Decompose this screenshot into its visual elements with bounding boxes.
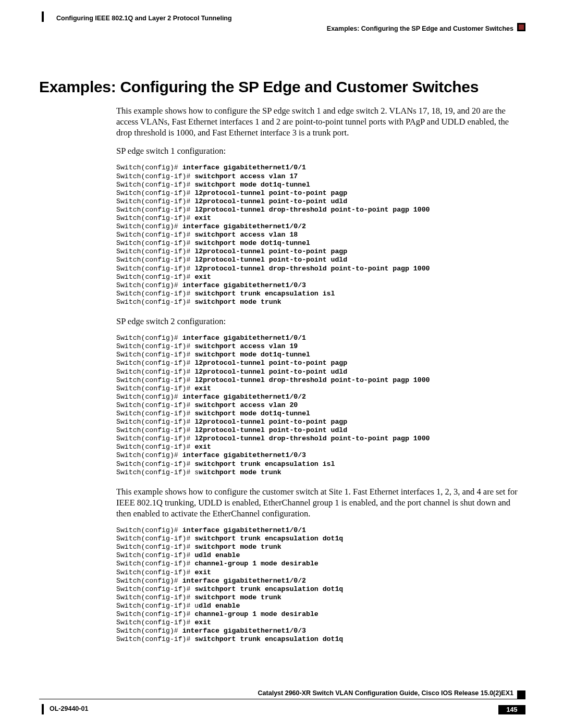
footer-book-title: Catalyst 2960-XR Switch VLAN Configurati…: [258, 689, 513, 697]
cli-command: switchport mode dot1q-tunnel: [194, 181, 310, 189]
cli-command: switchport mode trunk: [194, 543, 281, 551]
cli-command: switchport trunk encapsulation dot1q: [194, 535, 343, 542]
cli-prompt: Switch(config-if)#: [116, 560, 194, 567]
cli-prompt: Switch(config)#: [116, 223, 182, 230]
cli-command: switchport mode dot1q-tunnel: [194, 410, 310, 417]
header-left-bar-icon: [42, 11, 44, 22]
running-head-right: Examples: Configuring the SP Edge and Cu…: [327, 25, 513, 32]
cli-block-customer: Switch(config)# interface gigabitetherne…: [116, 526, 524, 644]
cli-command: exit: [194, 569, 211, 576]
cli-prompt: Switch(config-if)#: [116, 359, 194, 367]
cli-prompt: Switch(config)#: [116, 164, 182, 171]
cli-prompt: Switch(config-if)#: [116, 401, 194, 409]
cli-prompt: Switch(config)#: [116, 526, 182, 534]
cli-command: channel-group 1 mode desirable: [194, 610, 318, 618]
cli-prompt: Switch(config-if)#: [116, 535, 194, 542]
cli-command: exit: [194, 385, 211, 392]
cli-prompt: Switch(config-if)#: [116, 368, 194, 376]
cli-command: exit: [194, 619, 211, 626]
cli-command: l2protocol-tunnel drop-threshold point-t…: [194, 206, 430, 214]
cli-command: l2protocol-tunnel point-to-point udld: [194, 426, 347, 434]
cli-prompt: Switch(config-if)#: [116, 172, 194, 180]
cli-command: switchport trunk encapsulation isl: [194, 460, 335, 468]
cli-command: exit: [194, 214, 211, 222]
cli-command: channel-group 1 mode desirable: [194, 560, 318, 567]
cli-prompt: Switch(config-if)#: [116, 635, 194, 643]
cli-command: interface gigabitethernet1/0/1: [182, 526, 306, 534]
cli-prompt: Switch(config-if)#: [116, 231, 194, 239]
cli-command: switchport mode dot1q-tunnel: [194, 351, 310, 359]
cli-prompt: Switch(config)#: [116, 334, 182, 342]
cli-command: interface gigabitethernet1/0/3: [182, 627, 306, 635]
cli-prompt: Switch(config-if)#: [116, 385, 194, 392]
cli-prompt: Switch(config)#: [116, 577, 182, 585]
cli-prompt: Switch(config-if)# s: [116, 468, 199, 476]
footer-left-bar-icon: [42, 704, 44, 714]
cli-prompt: Switch(config-if)# u: [116, 602, 199, 610]
cli-prompt: Switch(config-if)#: [116, 206, 194, 214]
sp2-label: SP edge switch 2 configuration:: [116, 316, 524, 327]
page: Configuring IEEE 802.1Q and Layer 2 Prot…: [0, 0, 563, 728]
cli-command: l2protocol-tunnel point-to-point pagp: [194, 189, 347, 197]
cli-command: switchport access vlan 17: [194, 172, 298, 180]
cli-command: l2protocol-tunnel point-to-point pagp: [194, 418, 347, 426]
cli-prompt: Switch(config-if)#: [116, 443, 194, 451]
cli-command: udld enable: [194, 551, 240, 559]
cli-prompt: Switch(config-if)#: [116, 214, 194, 222]
cli-command: exit: [194, 273, 211, 281]
page-number-badge: 145: [498, 705, 525, 714]
cli-prompt: Switch(config)#: [116, 393, 182, 401]
cli-prompt: Switch(config-if)#: [116, 543, 194, 551]
cli-prompt: Switch(config-if)#: [116, 239, 194, 247]
running-head-left: Configuring IEEE 802.1Q and Layer 2 Prot…: [56, 15, 232, 22]
cli-command: dld enable: [199, 602, 240, 610]
cli-prompt: Switch(config-if)#: [116, 619, 194, 626]
cli-command: interface gigabitethernet1/0/1: [182, 334, 306, 342]
cli-command: l2protocol-tunnel point-to-point pagp: [194, 248, 347, 255]
cli-command: switchport access vlan 18: [194, 231, 298, 239]
cli-command: l2protocol-tunnel point-to-point udld: [194, 368, 347, 376]
cli-block-sp2: Switch(config)# interface gigabitetherne…: [116, 334, 524, 477]
cli-command: l2protocol-tunnel drop-threshold point-t…: [194, 435, 430, 442]
cli-prompt: Switch(config-if)#: [116, 298, 194, 306]
cli-prompt: Switch(config-if)#: [116, 418, 194, 426]
cli-command: switchport trunk encapsulation dot1q: [194, 585, 343, 593]
header-right-square-icon: [517, 23, 525, 31]
cli-prompt: Switch(config-if)#: [116, 594, 194, 601]
cli-prompt: Switch(config-if)#: [116, 551, 194, 559]
cli-prompt: Switch(config-if)#: [116, 189, 194, 197]
footer-doc-id: OL-29440-01: [50, 705, 88, 712]
cli-command: l2protocol-tunnel point-to-point udld: [194, 198, 347, 205]
cli-command: interface gigabitethernet1/0/2: [182, 393, 306, 401]
cli-prompt: Switch(config)#: [116, 627, 182, 635]
cli-command: interface gigabitethernet1/0/1: [182, 164, 306, 171]
cli-prompt: Switch(config-if)#: [116, 290, 194, 298]
cli-command: exit: [194, 443, 211, 451]
sp1-label: SP edge switch 1 configuration:: [116, 145, 524, 156]
cli-command: interface gigabitethernet1/0/2: [182, 577, 306, 585]
cli-prompt: Switch(config)#: [116, 451, 182, 459]
cli-command: switchport access vlan 19: [194, 342, 298, 350]
cli-command: switchport access vlan 20: [194, 401, 298, 409]
cli-prompt: Switch(config-if)#: [116, 376, 194, 384]
cli-prompt: Switch(config-if)#: [116, 342, 194, 350]
cli-block-sp1: Switch(config)# interface gigabitetherne…: [116, 164, 524, 306]
cli-command: switchport mode dot1q-tunnel: [194, 239, 310, 247]
cli-prompt: Switch(config-if)#: [116, 265, 194, 273]
cli-prompt: Switch(config-if)#: [116, 256, 194, 264]
cli-command: switchport trunk encapsulation isl: [194, 290, 335, 298]
cli-command: witchport mode trunk: [199, 468, 281, 476]
intro-paragraph: This example shows how to configure the …: [116, 105, 524, 138]
cli-prompt: Switch(config)#: [116, 281, 182, 289]
cli-command: switchport mode trunk: [194, 298, 281, 306]
footer-right-square-icon: [517, 690, 525, 699]
section-title: Examples: Configuring the SP Edge and Cu…: [39, 78, 524, 96]
cli-prompt: Switch(config-if)#: [116, 426, 194, 434]
cli-command: l2protocol-tunnel point-to-point udld: [194, 256, 347, 264]
cli-command: switchport trunk encapsulation dot1q: [194, 635, 343, 643]
cli-prompt: Switch(config-if)#: [116, 181, 194, 189]
cli-prompt: Switch(config-if)#: [116, 435, 194, 442]
cli-command: l2protocol-tunnel drop-threshold point-t…: [194, 265, 430, 273]
cli-command: switchport mode trunk: [194, 594, 281, 601]
content-body: This example shows how to configure the …: [116, 105, 524, 644]
